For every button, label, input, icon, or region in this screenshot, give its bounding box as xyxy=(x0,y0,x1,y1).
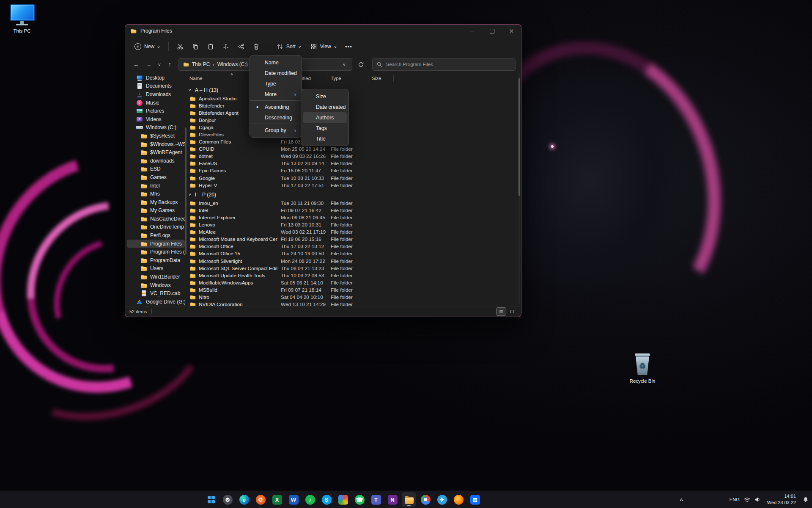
paste-button[interactable] xyxy=(203,40,218,53)
notification-bell-icon[interactable] xyxy=(803,497,809,502)
details-view-button[interactable] xyxy=(497,308,506,315)
file-row-dotnet[interactable]: dotnet Wed 09 03 22 16:26 File folder xyxy=(187,153,517,160)
sidebar-item-mhs[interactable]: Mhs xyxy=(127,190,185,198)
sidebar-item-my-backups[interactable]: My Backups xyxy=(127,198,185,207)
titlebar[interactable]: Program Files xyxy=(125,25,521,37)
sort-menu-item-type[interactable]: Type xyxy=(252,78,300,89)
taskbar-app-word[interactable]: W xyxy=(286,492,301,507)
breadcrumb-segment-this-pc[interactable]: This PC xyxy=(192,61,210,67)
sidebar-item-pictures[interactable]: Pictures xyxy=(127,107,185,115)
sort-menu-item-descending[interactable]: Descending xyxy=(252,112,300,123)
taskbar-app-file-explorer[interactable] xyxy=(402,492,416,507)
sort-menu-item-date-modified[interactable]: Date modified xyxy=(252,68,300,78)
file-row-intel[interactable]: Intel Fri 09 07 21 16:42 File folder xyxy=(187,207,517,214)
delete-button[interactable] xyxy=(249,40,263,53)
language-indicator[interactable]: ENG xyxy=(730,497,740,502)
taskbar-app-telegram[interactable]: ✈ xyxy=(435,492,449,507)
file-row-bitdefender[interactable]: Bitdefender xyxy=(187,102,517,109)
rename-button[interactable] xyxy=(219,40,233,53)
sort-menu-item-name[interactable]: Name xyxy=(252,57,300,68)
file-row-microsoft-silverlight[interactable]: Microsoft Silverlight Mon 24 08 20 17:22… xyxy=(187,257,517,265)
sidebar-item-documents[interactable]: Documents xyxy=(127,82,185,91)
sidebar-item-users[interactable]: Users xyxy=(127,265,185,273)
volume-icon[interactable] xyxy=(754,497,760,502)
file-row-microsoft-mouse-and-keyboard-center[interactable]: Microsoft Mouse and Keyboard Center Fri … xyxy=(187,236,517,243)
search-input[interactable] xyxy=(385,61,511,67)
taskbar-app-photos[interactable] xyxy=(336,492,350,507)
file-row-modifiablewindowsapps[interactable]: ModifiableWindowsApps Sat 05 06 21 14:10… xyxy=(187,279,517,286)
search-box[interactable] xyxy=(372,58,516,71)
sidebar-item-programdata[interactable]: ProgramData xyxy=(127,256,185,265)
sidebar-item-windows[interactable]: Windows xyxy=(127,281,185,290)
file-row-cgaga[interactable]: Cgaga xyxy=(187,124,517,131)
sidebar-item-program-files[interactable]: Program Files xyxy=(127,240,185,248)
taskbar-app-whatsapp[interactable]: ☎ xyxy=(352,492,367,507)
sidebar-item-program-files-x8[interactable]: Program Files (x8 xyxy=(127,248,185,256)
sidebar-item-games[interactable]: Games xyxy=(127,173,185,182)
sidebar-item-my-games[interactable]: My Games xyxy=(127,207,185,215)
close-button[interactable] xyxy=(502,25,521,37)
desktop-icon-recycle-bin[interactable]: ♻ Recycle Bin xyxy=(625,353,660,384)
desktop-icon-this-pc[interactable]: This PC xyxy=(4,3,40,33)
sort-menu-item-ascending[interactable]: Ascending xyxy=(252,102,300,112)
sidebar-item-win11builder[interactable]: Win11Builder xyxy=(127,273,185,281)
sidebar-item-nascachedirecto[interactable]: NasCacheDirecto xyxy=(127,215,185,223)
taskbar-app-settings[interactable]: ⚙ xyxy=(220,492,235,507)
file-row-google[interactable]: Google Tue 10 08 21 10:33 File folder xyxy=(187,174,517,182)
sidebar-item-videos[interactable]: Videos xyxy=(127,115,185,124)
taskbar-app-chrome[interactable] xyxy=(418,492,433,507)
file-row-microsoft-office[interactable]: Microsoft Office Thu 17 03 22 13:12 File… xyxy=(187,243,517,250)
new-button[interactable]: New xyxy=(130,40,164,53)
sidebar-item-esd[interactable]: ESD xyxy=(127,165,185,174)
up-button[interactable] xyxy=(164,59,175,70)
file-row-lenovo[interactable]: Lenovo Fri 13 03 20 10:31 File folder xyxy=(187,221,517,229)
sidebar-item-downloads[interactable]: downloads xyxy=(127,157,185,165)
sidebar-item-google-drive-g[interactable]: Google Drive (G:) xyxy=(127,298,185,306)
sidebar-item-intel[interactable]: Intel xyxy=(127,182,185,190)
large-thumbnails-view-button[interactable] xyxy=(508,308,517,315)
taskbar-clock[interactable]: 14:01 Wed 23 03 22 xyxy=(765,493,798,506)
sort-submenu-item-tags[interactable]: Tags xyxy=(303,123,347,133)
maximize-button[interactable] xyxy=(482,25,502,37)
file-row-cleverfiles[interactable]: CleverFiles xyxy=(187,131,517,138)
file-row-hyper-v[interactable]: Hyper-V Thu 17 03 22 17:51 File folder xyxy=(187,182,517,189)
sidebar-item-music[interactable]: Music xyxy=(127,99,185,107)
file-row-cpuid[interactable]: CPUID Mon 25 05 20 14:24 File folder xyxy=(187,146,517,153)
wifi-icon[interactable] xyxy=(744,497,750,502)
see-more-button[interactable]: ••• xyxy=(341,40,356,53)
taskbar-app-edge[interactable]: e xyxy=(237,492,251,507)
file-row-msbuild[interactable]: MSBuild Fri 09 07 21 18:14 File folder xyxy=(187,286,517,293)
copy-button[interactable] xyxy=(188,40,203,53)
sort-submenu-item-date-created[interactable]: Date created xyxy=(303,102,347,112)
sidebar-item-sysreset[interactable]: $SysReset xyxy=(127,132,185,140)
back-button[interactable] xyxy=(131,59,142,70)
taskbar-app-spotify[interactable]: ♪ xyxy=(303,492,317,507)
forward-button[interactable] xyxy=(143,59,154,70)
breadcrumb-segment-windows-c[interactable]: Windows (C:) xyxy=(212,61,247,68)
column-header-type[interactable]: Type xyxy=(327,75,368,82)
file-row-easeus[interactable]: EaseUS Thu 13 02 20 09:14 File folder xyxy=(187,160,517,167)
sidebar-item-desktop[interactable]: Desktop xyxy=(127,74,185,82)
cut-button[interactable] xyxy=(173,40,187,53)
file-row-epic-games[interactable]: Epic Games Fri 15 05 20 11:47 File folde… xyxy=(187,167,517,174)
taskbar-app-excel[interactable]: X xyxy=(270,492,284,507)
file-row-internet-explorer[interactable]: Internet Explorer Mon 09 08 21 09:45 Fil… xyxy=(187,214,517,221)
file-row-nitro[interactable]: Nitro Sat 04 04 20 10:10 File folder xyxy=(187,293,517,301)
file-row-microsoft-sql-server-compact-edition[interactable]: Microsoft SQL Server Compact Edition Thu… xyxy=(187,265,517,272)
sidebar-item-vc-red-cab[interactable]: VC_RED.cab xyxy=(127,289,185,298)
file-row-microsoft-office-15[interactable]: Microsoft Office 15 Thu 24 10 19 00:50 F… xyxy=(187,250,517,257)
sort-submenu-item-authors[interactable]: Authors xyxy=(303,112,347,123)
sort-menu-item-more[interactable]: More xyxy=(252,89,300,99)
sort-menu-item-group-by[interactable]: Group by xyxy=(252,125,300,135)
sidebar-item-windows-ws[interactable]: $Windows.~WS xyxy=(127,140,185,149)
view-button[interactable]: View xyxy=(306,40,341,53)
minimize-button[interactable] xyxy=(463,25,482,37)
sort-button[interactable]: Sort xyxy=(272,40,305,53)
sidebar-item-onedrivetemp[interactable]: OneDriveTemp xyxy=(127,223,185,232)
file-row-imou-en[interactable]: Imou_en Tue 30 11 21 09:30 File folder xyxy=(187,199,517,207)
sidebar-item-perflogs[interactable]: PerfLogs xyxy=(127,231,185,240)
sort-submenu-item-size[interactable]: Size xyxy=(303,91,347,102)
file-row-mcafee[interactable]: McAfee Wed 03 02 21 17:19 File folder xyxy=(187,229,517,236)
file-row-apeaksoft-studio[interactable]: Apeaksoft Studio xyxy=(187,95,517,102)
scrollbar-thumb[interactable] xyxy=(518,78,520,196)
